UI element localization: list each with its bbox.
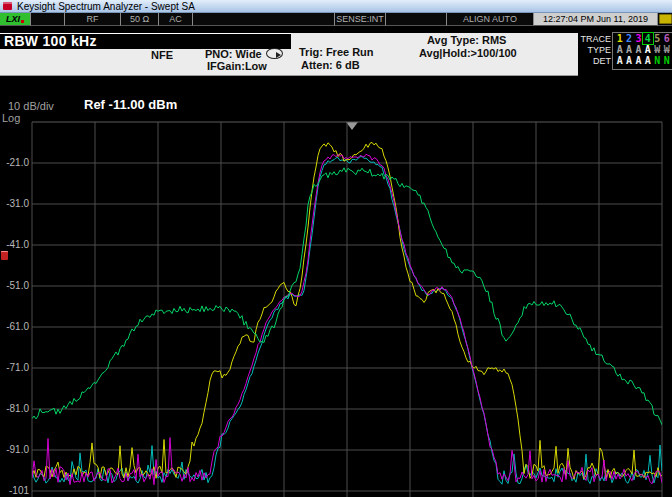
title-bar: Keysight Spectrum Analyzer - Swept SA: [0, 0, 672, 13]
trig-label: Trig: Free Run: [299, 46, 374, 58]
status-align: ALIGN AUTO: [446, 13, 533, 26]
y-axis-tick-label: -101: [0, 485, 29, 496]
avg-type-readout[interactable]: Avg Type: RMS: [427, 34, 506, 46]
avg-type-label: Avg Type: RMS: [427, 34, 506, 46]
impedance-label: 50 Ω: [130, 14, 149, 24]
error-indicator-icon: [1, 251, 8, 260]
ifgain-label: IFGain:Low: [207, 60, 267, 72]
trace-2-type[interactable]: A: [624, 44, 633, 55]
lxi-red-dot-icon: [21, 20, 24, 23]
trace-panel: TRACE 123456 TYPE AAAAWW DET AAAANN: [578, 26, 672, 80]
trace-2-select[interactable]: 2: [624, 33, 633, 44]
status-sense: SENSE:INT: [334, 13, 385, 26]
trace-5-select[interactable]: 5: [653, 33, 662, 44]
spectrum-trace1-yellow: [32, 142, 662, 479]
coupling-label: AC: [169, 14, 182, 24]
trace-row-label: TRACE: [578, 34, 613, 44]
avg-hold-readout[interactable]: Avg|Hold:>100/100: [419, 47, 517, 59]
clock-display: 12:27:04 PM Jun 11, 2019: [533, 13, 657, 26]
status-impedance: 50 Ω: [120, 13, 158, 26]
trace-1-type[interactable]: A: [615, 44, 624, 55]
status-blank-3: [385, 13, 446, 26]
trace-6-select[interactable]: 6: [662, 33, 671, 44]
trace-2-detector[interactable]: A: [624, 55, 633, 66]
align-auto-label: ALIGN AUTO: [463, 14, 517, 24]
spectrum-analyzer-screen: { "title_bar": {"title": "Keysight Spect…: [0, 0, 672, 497]
pno-loop-icon: [266, 48, 283, 59]
status-blank-2: [192, 13, 334, 26]
trace-1-select[interactable]: 1: [615, 33, 624, 44]
y-axis-tick-label: -31.0: [0, 198, 29, 209]
lxi-badge[interactable]: LXI: [0, 13, 30, 26]
trace-4-select[interactable]: 4: [643, 33, 652, 44]
scale-per-div-label: 10 dB/div: [8, 100, 54, 112]
trace-1-detector[interactable]: A: [615, 55, 624, 66]
y-axis-tick-label: -81.0: [0, 403, 29, 414]
atten-readout[interactable]: Atten: 6 dB: [301, 59, 360, 71]
trace-3-detector[interactable]: A: [634, 55, 643, 66]
atten-label: Atten: 6 dB: [301, 59, 360, 71]
spectrum-trace2-blue: [32, 157, 662, 485]
y-axis-tick-label: -21.0: [0, 157, 29, 168]
y-axis-tick-label: -91.0: [0, 444, 29, 455]
trace-6-type[interactable]: W: [662, 44, 671, 55]
y-axis-tick-label: -51.0: [0, 280, 29, 291]
keyboard-tray-icon: [659, 14, 672, 24]
type-row-label: TYPE: [578, 45, 613, 55]
pno-label: PNO: Wide: [205, 48, 262, 60]
status-coupling: AC: [158, 13, 192, 26]
ifgain-readout[interactable]: IFGain:Low: [207, 60, 267, 72]
trace-4-type[interactable]: A: [643, 44, 652, 55]
status-blank-1: [30, 13, 64, 26]
rbw-readout[interactable]: RBW 100 kHz: [0, 33, 291, 49]
trace-5-type[interactable]: W: [653, 44, 662, 55]
lxi-label: LXI: [6, 14, 20, 24]
scale-type-label: Log: [2, 112, 20, 124]
datetime-label: 12:27:04 PM Jun 11, 2019: [543, 14, 648, 24]
center-freq-marker-icon: [346, 122, 358, 130]
trace-4-detector[interactable]: A: [643, 55, 652, 66]
y-axis-tick-label: -61.0: [0, 321, 29, 332]
rbw-label: RBW 100 kHz: [4, 33, 97, 49]
window-title: Keysight Spectrum Analyzer - Swept SA: [17, 1, 195, 12]
rf-label: RF: [87, 14, 99, 24]
y-axis-tick-label: -71.0: [0, 362, 29, 373]
trace-3-select[interactable]: 3: [634, 33, 643, 44]
trigger-readout[interactable]: Trig: Free Run: [299, 46, 374, 58]
app-icon: [3, 2, 12, 10]
avg-hold-label: Avg|Hold:>100/100: [419, 47, 517, 59]
status-rf: RF: [64, 13, 120, 26]
status-bar: LXI RF 50 Ω AC SENSE:INT ALIGN AUTO 12:2…: [0, 13, 672, 26]
pno-readout[interactable]: PNO: Wide: [205, 48, 283, 60]
spectrum-trace4-green: [32, 168, 662, 425]
trace-6-detector[interactable]: N: [662, 55, 671, 66]
det-row-label: DET: [578, 56, 613, 66]
ref-level-label: Ref -11.00 dBm: [84, 97, 177, 112]
nfe-indicator[interactable]: NFE: [151, 49, 173, 61]
trace-5-detector[interactable]: N: [653, 55, 662, 66]
status-tray: [657, 13, 672, 26]
trace-3-type[interactable]: A: [634, 44, 643, 55]
spectrum-trace3-magenta: [32, 154, 662, 484]
nfe-label: NFE: [151, 49, 173, 61]
y-axis-tick-label: -41.0: [0, 239, 29, 250]
sense-label: SENSE:INT: [336, 14, 384, 24]
